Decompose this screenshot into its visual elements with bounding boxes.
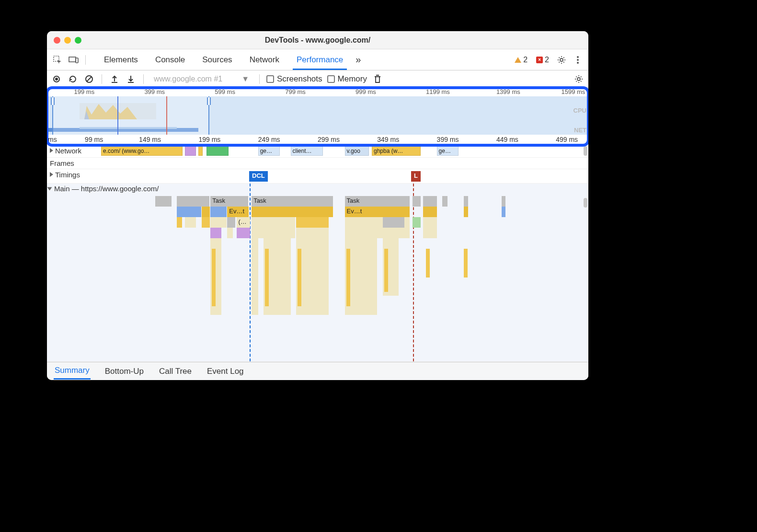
more-tabs-icon[interactable]: »	[352, 49, 365, 70]
cpu-label: CPU	[573, 107, 586, 114]
net-label: NET	[574, 127, 586, 134]
svg-rect-2	[76, 58, 78, 63]
screenshots-checkbox[interactable]: Screenshots	[266, 74, 322, 84]
svg-point-5	[577, 59, 579, 61]
network-bar[interactable]: v.goo	[345, 146, 369, 156]
tab-network[interactable]: Network	[241, 49, 288, 70]
panel-tabs: Elements Console Sources Network Perform…	[95, 49, 365, 70]
network-bar[interactable]	[185, 146, 196, 156]
chevron-right-icon	[50, 172, 53, 177]
detail-pane: Network e.com/ (www.go… ge… client… v.go…	[47, 145, 588, 362]
network-bar[interactable]	[206, 146, 228, 156]
load-badge[interactable]: L	[411, 171, 421, 182]
scroll-nub[interactable]	[584, 146, 587, 156]
svg-rect-1	[69, 57, 76, 62]
network-track-header[interactable]: Network	[47, 145, 84, 156]
tab-performance[interactable]: Performance	[288, 49, 352, 70]
tab-bottom-up[interactable]: Bottom-Up	[104, 364, 145, 379]
minimize-window-icon[interactable]	[64, 37, 71, 44]
checkbox-icon	[327, 75, 335, 83]
warnings-badge[interactable]: 2	[515, 56, 528, 64]
svg-point-6	[577, 62, 579, 64]
main-track[interactable]: Main — https://www.google.com/ Task Task…	[47, 184, 588, 362]
timings-track[interactable]: Timings DCL L	[47, 169, 588, 184]
tab-elements[interactable]: Elements	[95, 49, 147, 70]
traffic-lights	[47, 37, 81, 44]
network-bar[interactable]: e.com/ (www.go…	[101, 146, 183, 156]
tab-sources[interactable]: Sources	[194, 49, 241, 70]
perf-settings-icon[interactable]	[573, 73, 585, 85]
network-bar[interactable]: client…	[291, 146, 323, 156]
overview-ruler: 199 ms 399 ms 599 ms 799 ms 999 ms 1199 …	[47, 88, 588, 96]
reload-record-icon[interactable]	[67, 73, 79, 85]
timings-track-header[interactable]: Timings	[47, 169, 83, 180]
kebab-menu-icon[interactable]	[571, 53, 585, 67]
network-bar[interactable]	[198, 146, 203, 156]
selection-handle-right[interactable]	[207, 97, 211, 105]
bottom-tabs: Summary Bottom-Up Call Tree Event Log	[47, 362, 588, 380]
settings-icon[interactable]	[555, 53, 568, 67]
upload-icon[interactable]	[109, 73, 120, 85]
close-window-icon[interactable]	[54, 37, 60, 44]
errors-badge[interactable]: × 2	[536, 56, 549, 64]
error-icon: ×	[536, 57, 543, 63]
frames-track[interactable]: Frames	[47, 158, 588, 169]
svg-point-3	[560, 58, 563, 61]
perf-toolbar: www.google.com #1 ▼ Screenshots Memory	[47, 70, 588, 88]
detail-ruler: ms 99 ms 149 ms 199 ms 249 ms 299 ms 349…	[47, 135, 588, 145]
tab-event-log[interactable]: Event Log	[206, 364, 245, 379]
record-icon[interactable]	[51, 73, 62, 85]
scroll-nub[interactable]	[584, 198, 587, 208]
recording-dropdown[interactable]: www.google.com #1 ▼	[150, 73, 252, 85]
devtools-window: DevTools - www.google.com/ Elements Cons…	[47, 31, 588, 380]
network-track[interactable]: Network e.com/ (www.go… ge… client… v.go…	[47, 145, 588, 158]
main-track-header[interactable]: Main — https://www.google.com/	[48, 185, 159, 193]
svg-point-4	[577, 56, 579, 58]
chevron-right-icon	[50, 148, 53, 153]
flame-chart[interactable]: Task Task Task Ev…t Ev…t	[47, 196, 588, 361]
memory-checkbox[interactable]: Memory	[327, 74, 367, 84]
overview-highlight-wrap: 199 ms 399 ms 599 ms 799 ms 999 ms 1199 …	[47, 88, 588, 145]
chevron-down-icon	[47, 187, 52, 190]
frames-track-header[interactable]: Frames	[47, 158, 77, 168]
download-icon[interactable]	[125, 73, 137, 85]
devtools-tabbar: Elements Console Sources Network Perform…	[47, 49, 588, 70]
network-bar[interactable]: ghpba (w…	[372, 146, 421, 156]
overview-selection[interactable]	[52, 96, 209, 135]
tab-summary[interactable]: Summary	[54, 363, 91, 380]
overview-timeline[interactable]: 199 ms 399 ms 599 ms 799 ms 999 ms 1199 …	[47, 88, 588, 135]
zoom-window-icon[interactable]	[75, 37, 81, 44]
svg-line-10	[87, 77, 92, 81]
network-bar[interactable]: ge…	[258, 146, 280, 156]
device-toolbar-icon[interactable]	[67, 53, 80, 67]
warning-icon	[515, 57, 521, 63]
svg-point-11	[577, 78, 580, 81]
inspect-element-icon[interactable]	[51, 53, 64, 67]
titlebar: DevTools - www.google.com/	[47, 31, 588, 49]
dcl-badge[interactable]: DCL	[249, 171, 268, 182]
tab-call-tree[interactable]: Call Tree	[158, 364, 193, 379]
checkbox-icon	[266, 75, 274, 83]
tab-console[interactable]: Console	[147, 49, 194, 70]
gc-icon[interactable]	[372, 73, 383, 85]
network-bar[interactable]: ge…	[437, 146, 459, 156]
svg-point-8	[55, 78, 58, 81]
clear-icon[interactable]	[83, 73, 95, 85]
selection-handle-left[interactable]	[51, 97, 55, 105]
overview-body: CPU NET	[47, 96, 588, 135]
window-title: DevTools - www.google.com/	[47, 36, 588, 45]
